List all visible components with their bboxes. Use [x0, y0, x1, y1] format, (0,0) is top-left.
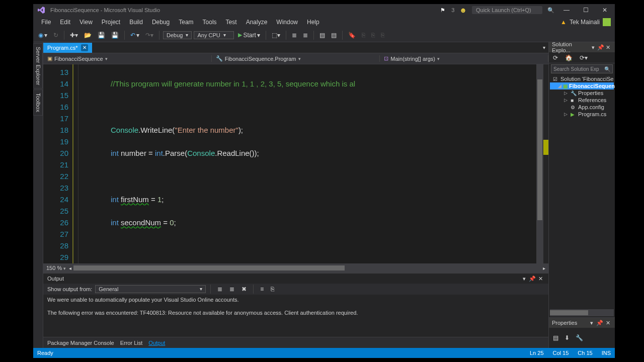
- tree-references[interactable]: ▷■References: [550, 97, 614, 104]
- zoom-dropdown[interactable]: 150 %: [46, 265, 66, 271]
- toolbox-tab[interactable]: Toolbox: [33, 89, 43, 116]
- editor-vertical-scrollbar[interactable]: [536, 64, 543, 263]
- tb-icon-2[interactable]: ≣: [290, 31, 299, 40]
- tb-icon-4[interactable]: ▤: [317, 31, 327, 40]
- new-file-button[interactable]: ✚▾: [68, 31, 80, 40]
- nav-project-dropdown[interactable]: ▣FibonacciSequence: [43, 55, 212, 62]
- output-tb-1[interactable]: ≣: [215, 285, 224, 294]
- menu-test[interactable]: Test: [222, 18, 241, 27]
- solexp-pin-button[interactable]: 📌: [597, 44, 604, 51]
- save-button[interactable]: 💾: [96, 31, 107, 40]
- solexp-tb-2[interactable]: 🏠: [563, 53, 575, 62]
- nav-class-dropdown[interactable]: 🔧FibonacciSequence.Program: [212, 55, 380, 62]
- solexp-dropdown-button[interactable]: ▾: [589, 44, 597, 51]
- quick-launch-input[interactable]: Quick Launch (Ctrl+Q): [472, 6, 542, 14]
- tb-icon-7[interactable]: ⎘: [360, 31, 367, 40]
- minimize-button[interactable]: —: [559, 5, 574, 15]
- props-dropdown-button[interactable]: ▾: [588, 320, 596, 326]
- status-col: Col 15: [553, 350, 569, 356]
- props-pin-button[interactable]: 📌: [596, 320, 604, 326]
- menu-help[interactable]: Help: [303, 18, 324, 27]
- solution-search-input[interactable]: Search Solution Exp🔍: [551, 64, 613, 73]
- output-close-button[interactable]: ✕: [536, 276, 544, 282]
- nav-back-button[interactable]: ◉▾: [36, 31, 49, 40]
- menu-window[interactable]: Window: [272, 18, 302, 27]
- tb-icon-8[interactable]: ⎘: [369, 31, 377, 40]
- tab-overflow-button[interactable]: ▾: [540, 45, 548, 50]
- tree-solution[interactable]: ☑Solution 'FibonacciSe: [550, 75, 614, 82]
- output-pin-button[interactable]: 📌: [528, 276, 536, 282]
- editor-overview-ruler[interactable]: [543, 64, 548, 263]
- user-avatar[interactable]: [603, 18, 611, 26]
- output-source-dropdown[interactable]: General▾: [95, 285, 206, 293]
- props-tb-2[interactable]: ⬇: [562, 330, 572, 346]
- maximize-button[interactable]: ☐: [579, 5, 593, 15]
- tree-program-cs[interactable]: ▷▶Program.cs: [550, 111, 614, 118]
- server-explorer-tab[interactable]: Server Explorer: [33, 43, 43, 88]
- solexp-close-button[interactable]: ✕: [604, 44, 612, 51]
- platform-dropdown[interactable]: Any CPU▾: [194, 31, 234, 39]
- menu-team[interactable]: Team: [175, 18, 197, 27]
- tree-properties[interactable]: ▷🔧Properties: [550, 89, 614, 97]
- code-editor[interactable]: 13 14 15 16 17 18 19 20 21 22 23 24 25 2…: [43, 64, 548, 263]
- open-file-button[interactable]: 📂: [82, 31, 94, 40]
- output-text[interactable]: We were unable to automatically populate…: [43, 295, 548, 337]
- document-tab-program[interactable]: Program.cs* ✕: [43, 43, 92, 53]
- tab-output[interactable]: Output: [148, 340, 165, 346]
- save-all-button[interactable]: 💾: [109, 31, 121, 40]
- tree-project[interactable]: ◢▣FibonacciSequen: [550, 82, 614, 89]
- tb-icon-6[interactable]: 🔖: [346, 31, 358, 40]
- output-tb-3[interactable]: ✖: [239, 285, 249, 294]
- tb-icon-3[interactable]: ≣: [301, 31, 310, 40]
- menu-view[interactable]: View: [75, 18, 97, 27]
- output-tb-2[interactable]: ≣: [227, 285, 236, 294]
- nav-method-dropdown[interactable]: ⊡Main(string[] args): [380, 55, 548, 62]
- undo-button[interactable]: ↶▾: [128, 31, 141, 40]
- status-line: Ln 25: [530, 350, 544, 356]
- tab-package-manager[interactable]: Package Manager Console: [47, 340, 114, 346]
- output-dropdown-button[interactable]: ▾: [520, 276, 528, 282]
- output-tb-5[interactable]: ⎘: [269, 285, 276, 294]
- feedback-icon[interactable]: ☻: [459, 6, 467, 14]
- search-icon[interactable]: 🔍: [547, 7, 554, 14]
- scroll-left-button[interactable]: ◂: [69, 265, 71, 271]
- editor-bottom-bar: 150 % ◂ ▸: [43, 263, 548, 273]
- left-tool-tabs: Server Explorer Toolbox: [33, 42, 43, 348]
- tree-app-config[interactable]: ⚙App.config: [550, 104, 614, 111]
- menu-analyze[interactable]: Analyze: [242, 18, 272, 27]
- close-button[interactable]: ✕: [598, 5, 612, 15]
- props-close-button[interactable]: ✕: [604, 320, 612, 326]
- props-tb-3[interactable]: 🔧: [574, 330, 585, 346]
- redo-button[interactable]: ↷▾: [143, 31, 155, 40]
- user-name[interactable]: Tek Mainali: [570, 19, 600, 26]
- solexp-home-button[interactable]: ⟳: [551, 53, 560, 62]
- tab-close-button[interactable]: ✕: [81, 44, 88, 51]
- config-dropdown[interactable]: Debug▾: [163, 31, 192, 39]
- window-title: FibonacciSequence - Microsoft Visual Stu…: [50, 7, 440, 13]
- tab-error-list[interactable]: Error List: [120, 340, 143, 346]
- menubar: File Edit View Project Build Debug Team …: [33, 16, 615, 28]
- tb-icon-1[interactable]: ⬚▾: [270, 31, 282, 40]
- solution-tree[interactable]: ☑Solution 'FibonacciSe ◢▣FibonacciSequen…: [549, 74, 615, 309]
- tb-icon-5[interactable]: ▤: [329, 31, 339, 40]
- start-button[interactable]: ▶ Start ▾: [236, 31, 262, 40]
- menu-build[interactable]: Build: [125, 18, 147, 27]
- props-tb-1[interactable]: ▤: [551, 330, 560, 346]
- code-content[interactable]: //This program will generate number in 1…: [82, 64, 536, 263]
- status-ch: Ch 15: [578, 350, 592, 356]
- menu-project[interactable]: Project: [98, 18, 124, 27]
- nav-fwd-button[interactable]: ↻: [51, 31, 60, 40]
- solution-explorer-header: Solution Explo... ▾ 📌 ✕: [549, 42, 615, 52]
- menu-tools[interactable]: Tools: [199, 18, 221, 27]
- menu-file[interactable]: File: [37, 18, 55, 27]
- menu-debug[interactable]: Debug: [148, 18, 174, 27]
- notification-flag-icon[interactable]: ⚑: [440, 7, 445, 14]
- vs-logo-icon: [36, 6, 46, 14]
- solexp-horizontal-scrollbar[interactable]: [550, 309, 614, 316]
- scroll-right-button[interactable]: ▸: [543, 265, 545, 271]
- solexp-tb-3[interactable]: ⟳▾: [578, 53, 590, 62]
- editor-horizontal-scrollbar[interactable]: [73, 264, 541, 272]
- tb-icon-9[interactable]: ⎘: [379, 31, 386, 40]
- output-tb-4[interactable]: ≡: [258, 285, 266, 294]
- menu-edit[interactable]: Edit: [56, 18, 74, 27]
